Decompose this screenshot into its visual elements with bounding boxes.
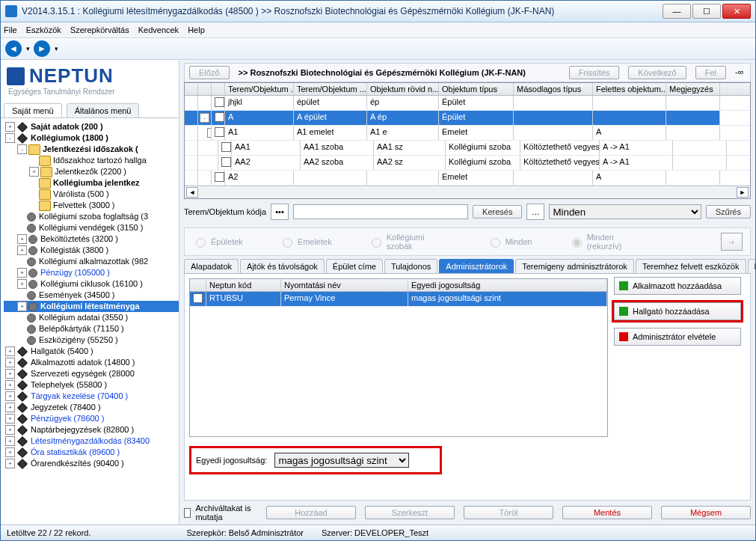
minimize-button[interactable]: —	[663, 4, 691, 19]
grid-header[interactable]: Felettes objektum...	[593, 83, 666, 95]
up-button[interactable]: Fel	[695, 66, 726, 79]
close-button[interactable]: ✕	[722, 4, 751, 19]
col-privilege[interactable]: Egyedi jogosultság	[408, 279, 607, 291]
expand-icon[interactable]	[17, 325, 25, 333]
tree-item[interactable]: Kollégiumba jelentkez	[4, 177, 179, 189]
expand-icon[interactable]: +	[17, 268, 27, 278]
tree-item[interactable]: +Naptárbejegyzések (82800 )	[4, 424, 179, 435]
row-checkbox[interactable]	[221, 142, 231, 152]
grid-header[interactable]: Terem/Objektum ...	[225, 83, 294, 95]
save-button[interactable]: Mentés	[562, 506, 652, 519]
inner-tab[interactable]: Épület címe	[326, 259, 383, 273]
col-neptun-code[interactable]: Neptun kód	[206, 279, 281, 291]
tree-item[interactable]: Kollégiumi alkalmazottak (982	[4, 256, 179, 267]
expand-icon[interactable]	[17, 336, 25, 344]
scroll-left-icon[interactable]: ◄	[186, 187, 198, 198]
pin-icon[interactable]: -∞	[735, 67, 746, 78]
grid-header[interactable]	[185, 83, 198, 95]
expand-icon[interactable]: +	[5, 403, 15, 412]
tree-item[interactable]: +Beköltöztetés (3200 )	[4, 233, 179, 245]
grid-header[interactable]: Objektum rövid n...	[367, 83, 439, 95]
show-archived-checkbox[interactable]: Archiváltakat is mutatja	[184, 504, 253, 522]
grid-row[interactable]: AA2AA2 szobaAA2 szKollégiumi szobaKöltöz…	[185, 156, 750, 171]
row-checkbox[interactable]	[215, 127, 224, 137]
tree-item[interactable]: +Kollégisták (3800 )	[4, 245, 179, 256]
tree-item[interactable]: +Órarendkészítés (90400 )	[4, 458, 179, 469]
tree-item[interactable]: +Saját adatok (200 )	[4, 121, 179, 132]
expand-button[interactable]: -›	[721, 233, 743, 251]
expand-icon[interactable]: +	[5, 425, 15, 435]
expand-icon[interactable]: +	[5, 346, 15, 356]
tree-item[interactable]: Eszközigény (55250 )	[4, 334, 179, 346]
row-checkbox[interactable]	[215, 112, 224, 122]
privilege-select[interactable]: magas jogosultsági szint	[274, 453, 409, 468]
tree-item[interactable]: +Óra statisztikák (89600 )	[4, 447, 179, 458]
grid-header[interactable]	[212, 83, 225, 95]
expand-icon[interactable]	[29, 156, 37, 165]
inner-tab[interactable]: Teremhez felvett eszközök	[636, 259, 746, 273]
tree-item[interactable]: +Alkalmazotti adatok (14800 )	[4, 357, 179, 368]
expand-icon[interactable]: +	[5, 414, 15, 424]
inner-tab[interactable]: Teremigeny adminisztrátorok	[515, 259, 634, 273]
expand-icon[interactable]: +	[5, 391, 15, 401]
expand-icon[interactable]	[17, 291, 25, 299]
nav-back-dropdown[interactable]: ▾	[25, 40, 31, 57]
inner-tab[interactable]: Alapadatok	[184, 259, 239, 273]
expand-icon[interactable]	[17, 257, 25, 266]
nav-forward-icon[interactable]: ►	[34, 40, 50, 57]
prev-button[interactable]: Előző	[189, 66, 230, 79]
inner-tab[interactable]: Adminisztrátorok	[439, 259, 514, 273]
inner-tab[interactable]: Kiegé	[748, 259, 756, 273]
menu-favorites[interactable]: Kedvencek	[138, 25, 179, 34]
row-checkbox[interactable]	[193, 293, 203, 303]
nav-tree[interactable]: +Saját adatok (200 )-Kollégiumok (1800 )…	[1, 118, 179, 525]
expand-icon[interactable]: +	[5, 358, 15, 367]
tree-item[interactable]: Felvettek (3000 )	[4, 200, 179, 211]
search-options-button[interactable]: …	[526, 204, 544, 220]
expand-icon[interactable]: +	[17, 302, 27, 311]
menu-tools[interactable]: Eszközök	[26, 25, 61, 34]
grid-row[interactable]: jhjklépületépÉpület	[185, 96, 750, 111]
maximize-button[interactable]: ☐	[692, 4, 721, 19]
delete-button[interactable]: Töröl	[464, 506, 553, 519]
filter-select[interactable]: Minden	[549, 204, 701, 219]
add-employee-button[interactable]: Alkalmazott hozzáadása	[614, 277, 741, 295]
grid-header[interactable]: Másodlagos típus	[514, 83, 593, 95]
tree-item[interactable]: Kollégiumi vendégek (3150 )	[4, 222, 179, 233]
objects-grid[interactable]: Terem/Objektum ...Terem/Objektum ...Obje…	[184, 82, 751, 199]
row-checkbox[interactable]	[215, 97, 224, 107]
tree-item[interactable]: -Jelentkezési időszakok (	[4, 144, 179, 155]
remove-admin-button[interactable]: Adminisztrátor elvétele	[614, 328, 741, 346]
expand-icon[interactable]	[17, 314, 25, 322]
grid-row[interactable]: -A1A1 emeletA1 eEmeletA	[185, 126, 750, 141]
search-button[interactable]: Keresés	[473, 205, 522, 218]
edit-button[interactable]: Szerkeszt	[365, 506, 455, 519]
grid-row[interactable]: A2EmeletA	[185, 171, 750, 186]
row-checkbox[interactable]	[215, 172, 224, 182]
menu-role[interactable]: Szerepkörváltás	[70, 25, 129, 34]
tree-item[interactable]: +Szervezeti egységek (28000	[4, 368, 179, 379]
tree-item[interactable]: Események (34500 )	[4, 290, 179, 301]
expand-icon[interactable]	[29, 190, 37, 198]
tree-item[interactable]: +Jegyzetek (78400 )	[4, 402, 179, 413]
tree-item[interactable]: +Tárgyak kezelése (70400 )	[4, 391, 179, 402]
inner-tab[interactable]: Ajtók és távolságok	[240, 259, 325, 273]
expand-icon[interactable]: +	[17, 279, 27, 289]
field-picker-button[interactable]: •••	[271, 204, 289, 220]
row-checkbox[interactable]	[221, 157, 231, 167]
tab-general-menu[interactable]: Általános menü	[67, 103, 140, 117]
filter-button[interactable]: Szűrés	[706, 205, 751, 218]
inner-tab[interactable]: Tulajdonos	[384, 259, 437, 273]
expand-icon[interactable]	[17, 224, 25, 232]
expand-icon[interactable]: +	[17, 234, 27, 244]
expand-icon[interactable]: -	[5, 133, 15, 143]
expand-icon[interactable]: +	[5, 122, 15, 132]
add-student-button[interactable]: Hallgató hozzáadása	[614, 302, 741, 320]
expand-icon[interactable]: +	[29, 167, 39, 177]
tree-item[interactable]: Várólista (500 )	[4, 189, 179, 200]
grid-row[interactable]: AA1AA1 szobaAA1 szKollégiumi szobaKöltöz…	[185, 141, 750, 156]
grid-header[interactable]: Terem/Objektum ...	[294, 83, 367, 95]
tree-item[interactable]: +Jelentkezők (2200 )	[4, 166, 179, 177]
tree-item[interactable]: Belépőkártyák (71150 )	[4, 323, 179, 334]
grid-header[interactable]: Objektum típus	[439, 83, 514, 95]
